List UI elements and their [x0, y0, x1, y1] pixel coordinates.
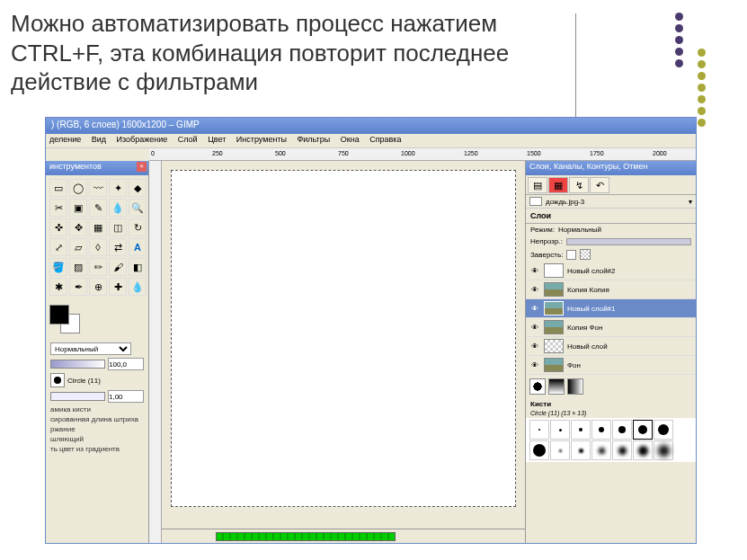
window-titlebar[interactable]: ) (RGB, 6 слоев) 1600x1200 – GIMP [46, 118, 696, 134]
tool-flip[interactable]: ⇄ [109, 238, 127, 256]
brush-item[interactable] [612, 420, 632, 440]
eye-icon[interactable]: 👁 [529, 322, 540, 333]
menu-item[interactable]: Окна [341, 135, 360, 144]
statusbar [162, 529, 525, 543]
tool-measure[interactable]: ✜ [49, 218, 67, 236]
scale-input[interactable] [108, 390, 144, 403]
brush-item[interactable] [612, 440, 632, 460]
tool-bucket[interactable]: 🪣 [49, 258, 67, 276]
tool-shear[interactable]: ▱ [69, 238, 87, 256]
grad-swatch[interactable] [548, 378, 565, 395]
menu-item[interactable]: Фильтры [298, 135, 331, 144]
brushes-subtitle: Circle (11) (13 × 13) [526, 410, 696, 418]
tool-crop[interactable]: ◫ [109, 218, 127, 236]
tool-heal[interactable]: ✚ [109, 278, 127, 296]
layers-list: 👁Новый слой#2 👁Копия Копия 👁Новый слой#1… [526, 262, 696, 375]
tool-scale[interactable]: ⤢ [49, 238, 67, 256]
ruler-vertical [149, 161, 162, 543]
tool-text[interactable]: A [129, 238, 147, 256]
close-icon[interactable]: × [137, 162, 147, 172]
brush-item[interactable] [529, 420, 549, 440]
tool-color-select[interactable]: ◆ [129, 179, 147, 197]
layer-row[interactable]: 👁Копия Копия [526, 280, 696, 299]
menu-item[interactable]: Инструменты [236, 135, 287, 144]
menu-item[interactable]: Слой [178, 135, 198, 144]
eye-icon[interactable]: 👁 [529, 360, 540, 370]
decoration-dots [670, 9, 711, 130]
slide-title: Можно автоматизировать процесс нажатием … [0, 0, 539, 102]
tab-layers-icon[interactable]: ▤ [528, 177, 547, 193]
tab-undo-icon[interactable]: ↶ [590, 177, 609, 193]
brush-name: Circle (11) [67, 377, 101, 385]
tool-grid: ▭ ◯ 〰 ✦ ◆ ✂ ▣ ✎ 💧 🔍 ✜ ✥ ▦ ◫ ↻ ⤢ ▱ ◊ ⇄ A [46, 175, 148, 299]
brush-item[interactable] [654, 420, 673, 440]
tool-clone[interactable]: ⊕ [89, 278, 107, 296]
toolbox-title[interactable]: инструментов × [46, 161, 148, 175]
grad-swatch[interactable] [567, 378, 583, 395]
eye-icon[interactable]: 👁 [529, 303, 540, 314]
canvas-area [149, 161, 525, 543]
brush-preview[interactable] [50, 373, 65, 387]
layer-row[interactable]: 👁Копия Фон [526, 318, 696, 337]
tool-align[interactable]: ▦ [89, 218, 107, 236]
ruler-horizontal: 0 250 500 750 1000 1250 1500 1750 2000 [149, 148, 696, 161]
brush-item[interactable] [591, 420, 611, 440]
tool-foreground[interactable]: ▣ [69, 199, 87, 217]
color-swatch[interactable] [49, 305, 145, 332]
layer-row[interactable]: 👁Фон [526, 356, 696, 375]
tool-gradient[interactable]: ▨ [69, 258, 87, 276]
tool-pencil[interactable]: ✏ [89, 258, 107, 276]
grad-swatch[interactable] [529, 378, 546, 395]
brush-item[interactable] [654, 440, 673, 460]
brush-item[interactable] [550, 420, 570, 440]
tool-brush[interactable]: 🖌 [109, 258, 127, 276]
menu-item[interactable]: Цвет [208, 135, 226, 144]
file-row[interactable]: дождь.jpg-3▾ [526, 195, 696, 209]
brush-item[interactable] [591, 440, 611, 460]
brush-item[interactable] [571, 420, 591, 440]
tool-lasso[interactable]: 〰 [89, 179, 107, 197]
canvas[interactable] [171, 170, 516, 507]
tool-scissors[interactable]: ✂ [49, 199, 67, 217]
layer-row[interactable]: 👁Новый слой#2 [526, 262, 696, 280]
tool-eraser[interactable]: ◧ [129, 258, 147, 276]
panel-title[interactable]: Слои, Каналы, Контуры, Отмен [526, 161, 696, 175]
tool-paths[interactable]: ✎ [89, 199, 107, 217]
layer-row[interactable]: 👁Новый слой [526, 337, 696, 356]
tool-zoom[interactable]: 🔍 [129, 199, 147, 217]
eye-icon[interactable]: 👁 [529, 265, 540, 276]
menu-item[interactable]: Вид [92, 135, 106, 144]
layer-row[interactable]: 👁Новый слой#1 [526, 299, 696, 318]
eye-icon[interactable]: 👁 [529, 341, 540, 351]
tool-blur[interactable]: 💧 [129, 278, 147, 296]
tool-picker[interactable]: 💧 [109, 199, 127, 217]
menu-item[interactable]: деление [49, 135, 81, 144]
tool-move[interactable]: ✥ [69, 218, 87, 236]
brush-item[interactable] [633, 440, 653, 460]
brush-item[interactable] [633, 420, 653, 440]
panel-tabs: ▤ ▦ ↯ ↶ [526, 175, 696, 195]
gimp-window: ) (RGB, 6 слоев) 1600x1200 – GIMP делени… [45, 117, 697, 544]
brush-item[interactable] [550, 440, 570, 460]
tool-wand[interactable]: ✦ [109, 179, 127, 197]
menu-item[interactable]: Справка [369, 135, 401, 144]
tool-perspective[interactable]: ◊ [89, 238, 107, 256]
mode-select[interactable]: Нормальный [50, 342, 131, 355]
tab-paths-icon[interactable]: ↯ [569, 177, 589, 193]
menu-item[interactable]: Изображение [117, 135, 168, 144]
tool-airbrush[interactable]: ✱ [49, 278, 67, 296]
brush-item[interactable] [529, 440, 549, 460]
brush-item[interactable] [571, 440, 591, 460]
progress-bar [216, 532, 396, 541]
layers-panel: Слои, Каналы, Контуры, Отмен ▤ ▦ ↯ ↶ дож… [525, 161, 696, 543]
tool-ellipse-select[interactable]: ◯ [69, 179, 87, 197]
opacity-input[interactable] [108, 358, 144, 370]
fg-color[interactable] [49, 305, 69, 324]
eye-icon[interactable]: 👁 [529, 284, 540, 295]
tool-rotate[interactable]: ↻ [129, 218, 147, 236]
brush-grid [526, 418, 696, 462]
lock-checkbox[interactable] [566, 250, 576, 260]
tool-rect-select[interactable]: ▭ [49, 179, 67, 197]
tool-ink[interactable]: ✒ [69, 278, 87, 296]
tab-channels-icon[interactable]: ▦ [548, 177, 568, 193]
